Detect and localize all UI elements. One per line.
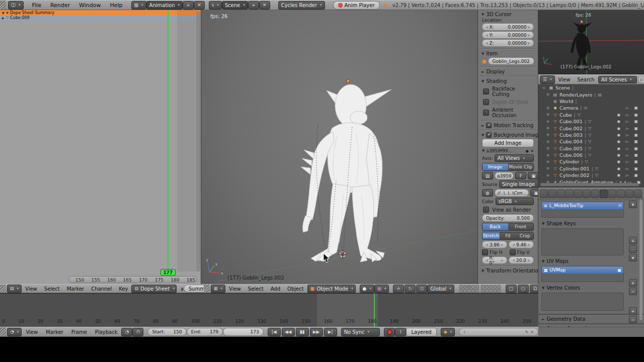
movie-clip-toggle[interactable]: Movie Clip bbox=[508, 163, 534, 170]
dope-channel-row[interactable]: ▼ ◆ Dope Sheet Summary bbox=[0, 10, 201, 15]
area-corner-widget[interactable] bbox=[0, 1, 6, 10]
add-image-button[interactable]: Add Image bbox=[482, 139, 534, 147]
shape-keys-list[interactable] bbox=[541, 228, 624, 255]
outliner-row[interactable]: ⊕ ▽ Cube | ▽ ◉ ▻ ▣ bbox=[538, 112, 644, 118]
expand-icon[interactable]: ⊖ bbox=[542, 86, 547, 90]
frame-start-field[interactable]: Start:150 bbox=[147, 328, 186, 336]
offset-y-field[interactable]: ◂9.46▸ bbox=[509, 241, 534, 248]
visibility-toggle-icons[interactable]: ◉ ▻ ▣ bbox=[617, 113, 640, 117]
object-name[interactable]: World bbox=[559, 99, 573, 104]
stretch-toggle[interactable]: Stretch bbox=[482, 232, 500, 239]
object-name[interactable]: Cube.002 bbox=[559, 126, 583, 131]
edit-keying-set-icon[interactable]: ✎ bbox=[525, 330, 529, 334]
empty-origin-dot[interactable] bbox=[347, 79, 350, 82]
outliner-row[interactable]: ◍ World | bbox=[538, 98, 644, 105]
outliner-row[interactable]: ⊕ ▽ Cylinder.002 | ▽ ◉ ▻ ▣ bbox=[538, 172, 644, 178]
object-name[interactable]: Cube.003 bbox=[559, 132, 583, 138]
panel-vertex-colors[interactable]: Vertex Colors bbox=[542, 285, 640, 291]
clear-keying-set-icon[interactable]: ✕ bbox=[530, 330, 534, 334]
dope-channel-row[interactable]: ▶ ▽ Cube.009 bbox=[0, 15, 201, 20]
layout-add-button[interactable]: + bbox=[183, 1, 194, 10]
transform-orientation-select[interactable]: Global bbox=[427, 285, 454, 293]
active-keying-set-field[interactable]: ⌇ ✎ ✕ bbox=[459, 328, 538, 336]
shape-key-specials-button[interactable]: ▾ bbox=[629, 254, 637, 261]
visibility-toggle-icons[interactable]: ◉ ▻ ▣ bbox=[617, 126, 640, 131]
editor-type-info-button[interactable]: ⓘ bbox=[8, 1, 24, 10]
uv-map-remove-button[interactable]: − bbox=[629, 288, 637, 295]
backface-culling-checkbox[interactable] bbox=[483, 88, 489, 95]
expand-icon[interactable]: ⊕ bbox=[546, 133, 551, 137]
editor-type-select[interactable]: ☰ bbox=[540, 75, 555, 84]
properties-tab[interactable] bbox=[634, 190, 642, 198]
auto-keyframe-record-button[interactable] bbox=[384, 328, 395, 336]
panel-3d-cursor[interactable]: 3D Cursor bbox=[481, 12, 534, 17]
object-name[interactable]: Cylinder bbox=[559, 159, 579, 164]
image-datablock-field[interactable]: a3959 bbox=[495, 172, 514, 179]
image-toggle[interactable]: Image bbox=[482, 163, 508, 170]
uv-map-add-button[interactable]: + bbox=[629, 279, 637, 287]
editor-type-select[interactable]: ⊟ bbox=[7, 285, 22, 293]
timeline-menu-item[interactable]: View bbox=[22, 329, 42, 335]
layered-toggle-button[interactable]: Layered bbox=[406, 328, 436, 336]
properties-tab[interactable] bbox=[600, 190, 608, 198]
editor-type-select[interactable]: ⊞ bbox=[211, 285, 225, 293]
panel-motion-tracking[interactable]: Motion Tracking bbox=[481, 123, 534, 128]
expand-icon[interactable]: ⊕ bbox=[546, 126, 551, 130]
fit-toggle[interactable]: Fit bbox=[500, 232, 517, 239]
expand-icon[interactable]: ⊕ bbox=[546, 106, 551, 110]
properties-tab[interactable] bbox=[608, 190, 616, 198]
lock-icon[interactable]: ⊓ bbox=[618, 204, 621, 208]
properties-tab[interactable] bbox=[574, 190, 582, 198]
outliner-row[interactable]: ⊕ ▽ Cube.006 | ▽ ◉ ▻ ▣ bbox=[538, 152, 644, 158]
expand-icon[interactable]: ⊕ bbox=[546, 160, 551, 164]
image-expand-icon[interactable]: ▼ bbox=[482, 149, 485, 153]
search-icon[interactable] bbox=[639, 77, 644, 82]
dope-menu-item[interactable]: Select bbox=[41, 286, 63, 292]
outliner-scrollbar[interactable] bbox=[540, 183, 639, 186]
visibility-toggle-icons[interactable]: ◉ ▻ ▣ bbox=[617, 159, 640, 164]
expand-icon[interactable]: ⊕ bbox=[546, 120, 551, 124]
layout-close-button[interactable]: ✕ bbox=[194, 1, 205, 10]
dope-playhead-line[interactable] bbox=[168, 10, 169, 274]
object-name[interactable]: Camera bbox=[559, 105, 578, 111]
outliner-menu-item[interactable]: Search bbox=[574, 77, 598, 82]
object-name[interactable]: Cylinder.002 bbox=[559, 172, 590, 178]
manipulator-button[interactable]: ↻ bbox=[405, 285, 416, 293]
image-browse-icon[interactable]: ▤ bbox=[482, 172, 493, 179]
properties-tab[interactable] bbox=[617, 190, 625, 198]
render-engine-select[interactable]: Cycles Render bbox=[278, 1, 325, 10]
outliner-row[interactable]: ⊕ ▽ Cylinder.001 | ▽ ◉ ▻ ▣ bbox=[538, 165, 644, 172]
dope-mode-select[interactable]: ⊟Dope Sheet bbox=[131, 285, 177, 293]
visibility-toggle-icons[interactable]: ◉ ▻ ▣ bbox=[617, 166, 640, 171]
pivot-select[interactable]: ◎ bbox=[374, 285, 389, 293]
object-name[interactable]: Cube.005 bbox=[559, 146, 583, 151]
auto-keying-mode-select[interactable]: ◆ bbox=[441, 328, 455, 336]
object-name[interactable]: Cube.006 bbox=[559, 152, 583, 158]
opacity-slider[interactable]: Opacity:0.500 bbox=[482, 214, 534, 222]
expand-icon[interactable]: ⊕ bbox=[546, 146, 551, 150]
size-field[interactable]: ◂20.0▸ bbox=[509, 256, 534, 264]
panel-geometry-data[interactable]: Geometry Data bbox=[542, 316, 640, 322]
screen-layout-field[interactable]: Animation bbox=[146, 1, 183, 10]
timeline-menu-item[interactable]: Playback bbox=[91, 329, 122, 335]
color-space-select[interactable]: sRGB bbox=[496, 198, 534, 205]
object-name[interactable]: RenderLayers bbox=[559, 92, 592, 98]
ambient-occlusion-checkbox[interactable] bbox=[483, 110, 489, 116]
motion-tracking-checkbox[interactable] bbox=[486, 123, 492, 128]
visibility-toggle-icons[interactable]: ◉ ▻ ▣ bbox=[617, 133, 640, 137]
outliner-row[interactable]: ⊕ ▽ Cube.001 | ▽ ◉ ▻ ▣ bbox=[538, 118, 644, 125]
properties-tab[interactable] bbox=[566, 190, 574, 198]
properties-tab[interactable] bbox=[557, 190, 565, 198]
scene-add-button[interactable]: + bbox=[248, 1, 259, 10]
mode-select[interactable]: ■Object Mode bbox=[307, 285, 356, 293]
timeline-menu-item[interactable]: Marker bbox=[42, 329, 67, 335]
dope-menu-item[interactable]: View bbox=[22, 286, 41, 292]
channel-expand-icon[interactable]: ▶ bbox=[2, 16, 5, 20]
panel-shape-keys[interactable]: Shape Keys bbox=[542, 221, 640, 226]
viewport-menu-item[interactable]: Add bbox=[267, 286, 284, 292]
snap-proportional-button[interactable]: ▢ bbox=[506, 285, 517, 293]
scene-icon-button[interactable]: ⬨ bbox=[209, 1, 222, 10]
cursor-location-field[interactable]: ◂Y:0.00000▸ bbox=[482, 31, 534, 39]
visibility-toggle-icons[interactable]: ◉ ▻ ▣ bbox=[617, 173, 640, 177]
object-name[interactable]: Scene bbox=[555, 85, 570, 90]
